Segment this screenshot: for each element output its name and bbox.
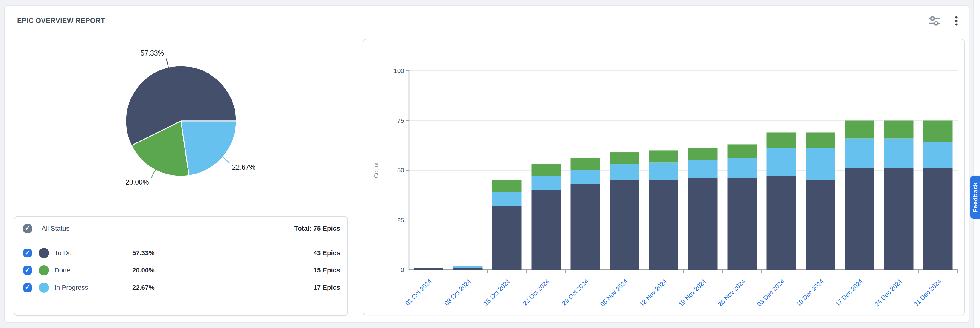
all-status-label: All Status [41, 225, 69, 232]
bar-segment-done[interactable] [571, 158, 600, 170]
bar-segment-done[interactable] [531, 164, 561, 176]
total-epics-label: Total: 75 Epics [294, 225, 340, 232]
bar-segment-to-do[interactable] [453, 268, 482, 270]
pie-slice-label: 57.33% [141, 49, 164, 57]
bar-segment-done[interactable] [806, 132, 835, 148]
bar-segment-to-do[interactable] [767, 176, 796, 270]
x-axis-date-label[interactable]: 10 Dec 2024 [795, 277, 825, 308]
x-axis-date-label[interactable]: 08 Oct 2024 [443, 277, 472, 306]
legend-row-done: ✓ Done 20.00% 15 Epics [14, 262, 347, 279]
x-axis-date-label[interactable]: 05 Nov 2024 [599, 277, 629, 308]
x-axis-date-label[interactable]: 26 Nov 2024 [716, 277, 747, 308]
x-axis-date-label[interactable]: 24 Dec 2024 [873, 277, 904, 308]
bar-segment-in-progress[interactable] [806, 149, 835, 181]
page-title: EPIC OVERVIEW REPORT [17, 17, 105, 25]
y-axis-title: Count [373, 162, 379, 178]
bar-segment-to-do[interactable] [571, 184, 600, 270]
pie-label-line [223, 157, 230, 163]
in-progress-count: 17 Epics [313, 284, 340, 292]
y-axis-tick-label: 75 [397, 117, 404, 124]
bar-segment-done[interactable] [610, 152, 639, 164]
feedback-button-label: Feedback [972, 182, 979, 212]
x-axis-date-label[interactable]: 01 Oct 2024 [404, 277, 433, 306]
todo-percent: 57.33% [132, 249, 155, 257]
todo-label: To Do [54, 249, 72, 257]
x-axis-date-label[interactable]: 31 Dec 2024 [912, 277, 943, 308]
legend-row-todo: ✓ To Do 57.33% 43 Epics [14, 245, 347, 261]
bar-segment-in-progress[interactable] [571, 170, 600, 184]
x-axis-date-label[interactable]: 12 Nov 2024 [638, 277, 668, 308]
pie-label-line [151, 170, 156, 178]
bar-segment-to-do[interactable] [414, 268, 443, 270]
bar-segment-to-do[interactable] [649, 180, 678, 270]
pie-slice-label: 22.67% [232, 163, 256, 171]
legend-row-all-status: ✓ All Status Total: 75 Epics [14, 220, 347, 237]
bar-segment-in-progress[interactable] [453, 266, 482, 268]
done-label: Done [54, 266, 70, 274]
bar-segment-in-progress[interactable] [649, 162, 678, 180]
pie-chart-svg: 57.33%20.00%22.67% [108, 33, 293, 200]
bar-segment-to-do[interactable] [806, 180, 835, 270]
bar-segment-in-progress[interactable] [688, 160, 718, 178]
bar-segment-done[interactable] [884, 121, 913, 139]
kebab-menu-icon [954, 15, 958, 28]
done-checkbox[interactable]: ✓ [23, 266, 32, 274]
report-toolbar [928, 13, 966, 30]
done-color-swatch [39, 265, 49, 276]
bar-segment-in-progress[interactable] [492, 192, 522, 206]
done-count: 15 Epics [313, 266, 340, 274]
chart-settings-button[interactable] [928, 15, 941, 29]
bar-segment-to-do[interactable] [923, 168, 953, 270]
bar-segment-done[interactable] [767, 132, 796, 148]
pie-slice-label: 20.00% [125, 178, 149, 186]
todo-checkbox[interactable]: ✓ [23, 249, 32, 257]
y-axis-tick-label: 100 [394, 67, 404, 74]
y-axis-tick-label: 25 [397, 217, 404, 223]
checkmark-icon: ✓ [25, 249, 30, 256]
in-progress-checkbox[interactable]: ✓ [23, 284, 32, 292]
bar-segment-in-progress[interactable] [767, 149, 796, 176]
y-axis-tick-label: 50 [397, 167, 404, 174]
bar-chart-svg: 025507510001 Oct 202408 Oct 202415 Oct 2… [363, 39, 965, 315]
bar-segment-to-do[interactable] [531, 190, 561, 270]
bar-segment-done[interactable] [923, 121, 953, 143]
bar-segment-in-progress[interactable] [884, 138, 913, 168]
bar-segment-in-progress[interactable] [845, 138, 874, 168]
in-progress-label: In Progress [54, 284, 88, 292]
pie-label-line [166, 59, 169, 68]
todo-color-swatch [39, 248, 49, 258]
x-axis-date-label[interactable]: 22 Oct 2024 [522, 277, 550, 306]
x-axis-date-label[interactable]: 17 Dec 2024 [834, 277, 864, 308]
todo-count: 43 Epics [313, 249, 340, 257]
more-options-button[interactable] [950, 15, 963, 29]
all-status-checkbox[interactable]: ✓ [23, 224, 32, 233]
x-axis-date-label[interactable]: 19 Nov 2024 [677, 277, 708, 308]
bar-segment-to-do[interactable] [610, 180, 639, 270]
bar-segment-to-do[interactable] [884, 168, 913, 270]
bar-segment-done[interactable] [845, 121, 874, 139]
y-axis-tick-label: 0 [401, 266, 404, 273]
bar-segment-done[interactable] [688, 149, 718, 160]
bar-segment-done[interactable] [649, 150, 678, 162]
bar-segment-in-progress[interactable] [923, 143, 953, 168]
bar-segment-to-do[interactable] [688, 178, 718, 270]
x-axis-date-label[interactable]: 15 Oct 2024 [482, 277, 511, 306]
x-axis-date-label[interactable]: 29 Oct 2024 [561, 277, 590, 306]
bar-segment-to-do[interactable] [845, 168, 874, 270]
bar-segment-done[interactable] [492, 180, 522, 192]
checkmark-icon: ✓ [25, 225, 30, 231]
legend-row-in-progress: ✓ In Progress 22.67% 17 Epics [14, 279, 347, 296]
checkmark-icon: ✓ [25, 284, 30, 291]
legend-divider [14, 240, 347, 241]
bar-segment-in-progress[interactable] [610, 164, 639, 180]
bar-segment-done[interactable] [727, 144, 757, 158]
bar-segment-in-progress[interactable] [531, 176, 561, 190]
pie-slice-in-progress[interactable] [181, 121, 236, 176]
feedback-button[interactable]: Feedback [970, 176, 980, 219]
bar-segment-in-progress[interactable] [727, 158, 757, 178]
bar-segment-to-do[interactable] [727, 178, 757, 270]
done-percent: 20.00% [132, 266, 155, 274]
status-legend-card: ✓ All Status Total: 75 Epics ✓ To Do 57.… [14, 216, 348, 316]
x-axis-date-label[interactable]: 03 Dec 2024 [756, 277, 786, 308]
bar-segment-to-do[interactable] [492, 206, 522, 270]
